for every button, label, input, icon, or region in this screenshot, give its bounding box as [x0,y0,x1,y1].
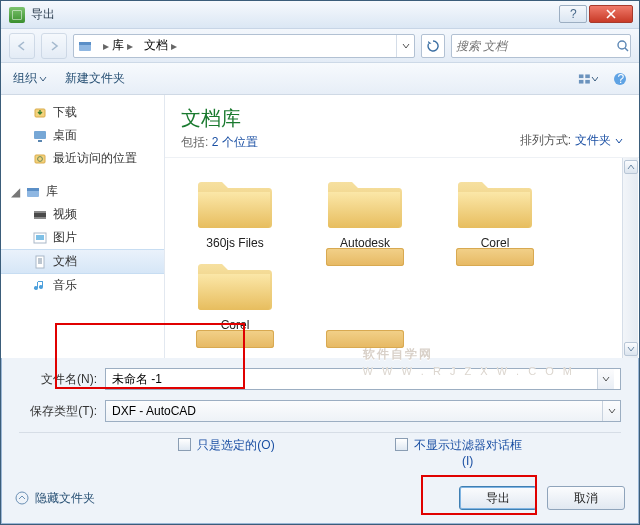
filetype-value: DXF - AutoCAD [112,404,602,418]
arrow-right-icon [47,39,61,53]
svg-text:?: ? [618,72,625,86]
vertical-scrollbar[interactable] [622,158,638,358]
folder-item[interactable]: Corel [443,168,547,250]
app-icon [9,7,25,23]
chevron-down-icon [615,137,623,145]
forward-button[interactable] [41,33,67,59]
sidebar-libraries: ◢ 库 视频 图片 文档 音乐 [1,180,164,297]
recent-icon [33,152,47,166]
content-pane: 文档库 包括: 2 个位置 排列方式: 文件夹 [165,95,639,358]
dialog-body: 下载 桌面 最近访问的位置 ◢ 库 视 [1,95,639,358]
sidebar-item-downloads[interactable]: 下载 [1,101,164,124]
refresh-button[interactable] [421,34,445,58]
folder-label: 360js Files [206,236,263,250]
folder-icon [326,248,404,266]
disclosure-triangle-icon: ◢ [11,185,20,199]
folder-icon [456,168,534,232]
titlebar: 导出 ? [1,1,639,29]
hide-folders-toggle[interactable]: 隐藏文件夹 [15,490,95,507]
svg-rect-5 [585,74,590,78]
sort-value[interactable]: 文件夹 [575,132,611,149]
chevron-down-icon [627,345,635,353]
folder-item[interactable] [183,332,287,348]
refresh-icon [427,40,439,52]
chevron-up-circle-icon [15,491,29,505]
chevron-up-icon [627,163,635,171]
window-buttons: ? [559,5,633,25]
svg-rect-11 [34,131,46,139]
search-box[interactable] [451,34,631,58]
export-dialog: 导出 ? ▸库▸ 文档▸ [0,0,640,525]
no-filter-dialog-checkbox[interactable]: 不显示过滤器对话框 (I) [395,437,522,468]
svg-rect-7 [585,79,590,83]
download-icon [33,106,47,120]
checkbox-icon [395,438,408,451]
search-input[interactable] [456,39,612,53]
svg-point-3 [618,41,626,49]
export-button[interactable]: 导出 [459,486,537,510]
desktop-icon [33,129,47,143]
folder-item[interactable]: Corel [183,250,287,332]
library-title: 文档库 [181,105,258,132]
filetype-label: 保存类型(T): [19,403,97,420]
svg-rect-22 [36,256,44,268]
chevron-down-icon [608,407,616,415]
folder-item[interactable]: 360js Files [183,168,287,250]
svg-rect-19 [34,217,46,219]
chevron-down-icon [602,375,610,383]
folder-item[interactable] [313,332,417,348]
video-icon [33,208,47,222]
new-folder-button[interactable]: 新建文件夹 [61,68,129,89]
view-mode-button[interactable] [577,68,599,90]
chevron-down-icon [402,42,410,50]
filename-input-wrap [105,368,621,390]
folder-icon [456,248,534,266]
sort-control[interactable]: 排列方式: 文件夹 [520,132,623,149]
library-subtitle: 包括: 2 个位置 [181,134,258,151]
sidebar-libraries-head[interactable]: ◢ 库 [1,180,164,203]
sidebar-item-pictures[interactable]: 图片 [1,226,164,249]
sidebar-item-desktop[interactable]: 桌面 [1,124,164,147]
checkbox-icon [178,438,191,451]
sidebar-favorites: 下载 桌面 最近访问的位置 [1,101,164,170]
svg-point-23 [16,492,28,504]
locations-link[interactable]: 2 个位置 [212,135,258,149]
help-button[interactable]: ? [559,5,587,23]
pictures-icon [33,231,47,245]
svg-rect-12 [38,140,42,142]
filetype-combo[interactable]: DXF - AutoCAD [105,400,621,422]
sidebar-item-documents[interactable]: 文档 [1,249,164,274]
help-icon: ? [613,72,627,86]
sidebar-item-music[interactable]: 音乐 [1,274,164,297]
scroll-down-button[interactable] [624,342,638,356]
close-icon [606,9,616,19]
document-icon [33,255,47,269]
filetype-dropdown-arrow[interactable] [602,401,620,421]
scroll-up-button[interactable] [624,160,638,174]
organize-menu[interactable]: 组织 [9,68,51,89]
save-form: 文件名(N): 保存类型(T): DXF - AutoCAD 只是选定的(O) [1,358,639,478]
svg-rect-2 [79,42,91,45]
help-icon-button[interactable]: ? [609,68,631,90]
svg-text:?: ? [570,9,577,19]
close-button[interactable] [589,5,633,23]
folder-item[interactable]: Autodesk [313,168,417,250]
folder-icon [196,250,274,314]
address-dropdown[interactable] [396,35,414,57]
folder-item[interactable] [313,250,417,332]
folder-grid[interactable]: 360js Files Autodesk Corel Corel [165,158,639,348]
back-button[interactable] [9,33,35,59]
toolbar: 组织 新建文件夹 ? [1,63,639,95]
svg-rect-16 [27,188,39,191]
selected-only-checkbox[interactable]: 只是选定的(O) [178,437,274,468]
sidebar: 下载 桌面 最近访问的位置 ◢ 库 视 [1,95,165,358]
filename-history-dropdown[interactable] [597,369,614,389]
question-icon: ? [568,9,578,19]
folder-icon [326,168,404,232]
sidebar-item-recent[interactable]: 最近访问的位置 [1,147,164,170]
address-bar[interactable]: ▸库▸ 文档▸ [73,34,415,58]
filename-input[interactable] [112,372,597,386]
sidebar-item-videos[interactable]: 视频 [1,203,164,226]
cancel-button[interactable]: 取消 [547,486,625,510]
folder-item[interactable] [443,250,547,332]
